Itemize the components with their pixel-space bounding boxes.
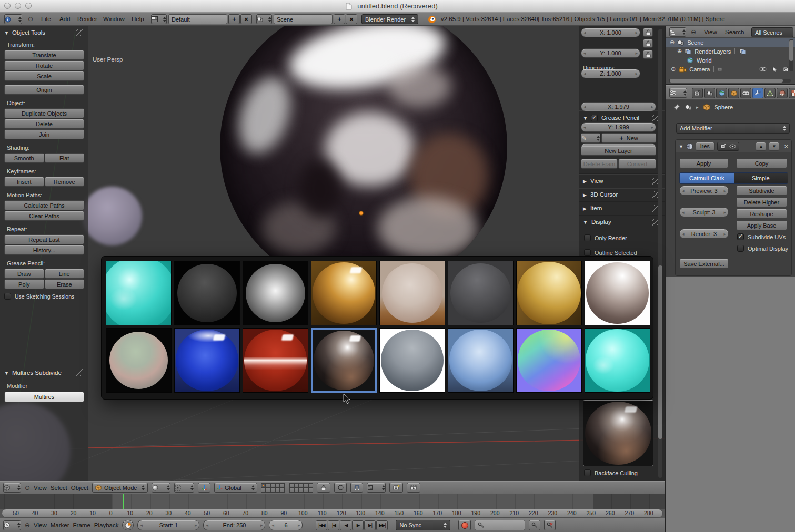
grease-pencil-panel-header[interactable]: Grease Pencil — [583, 114, 661, 121]
move-modifier-up-button[interactable]: ▲ — [756, 142, 766, 151]
orientation-select[interactable]: Global — [214, 483, 257, 493]
pin-icon[interactable] — [673, 104, 680, 111]
grease-pencil-checkbox[interactable] — [591, 115, 598, 121]
view-section-header[interactable]: View — [583, 177, 661, 185]
sketching-sessions-checkbox[interactable] — [4, 293, 11, 300]
editor-type-outliner-button[interactable] — [669, 27, 686, 37]
menu-window[interactable]: Window — [103, 16, 125, 22]
render-toggle-camera-icon[interactable] — [720, 144, 727, 149]
flat-button[interactable]: Flat — [45, 153, 85, 163]
delete-button[interactable]: Delete — [4, 119, 84, 129]
outline-selected-checkbox[interactable] — [584, 249, 591, 256]
layer-toggle[interactable] — [308, 488, 313, 493]
render-engine-select[interactable]: Blender Render — [361, 14, 418, 24]
insert-keyframe-button[interactable]: Insert — [4, 177, 44, 187]
repeat-last-button[interactable]: Repeat Last — [4, 234, 84, 244]
tab-texture[interactable] — [789, 88, 795, 98]
opengl-render-button[interactable] — [389, 483, 403, 493]
viewport-3d[interactable]: User Persp (6) Sphere x y z — [0, 26, 665, 481]
object-tools-panel-header[interactable]: Object Tools — [4, 29, 84, 36]
editor-type-properties-button[interactable] — [669, 88, 687, 98]
tl-menu-frame[interactable]: Frame — [73, 522, 90, 528]
outliner-row-world[interactable]: World — [666, 56, 795, 65]
cube-icon[interactable] — [703, 104, 710, 111]
timeline-track[interactable] — [0, 494, 665, 509]
menu-add[interactable]: Add — [59, 16, 70, 22]
matcap-gray-matte[interactable] — [379, 328, 445, 393]
layer-toggle[interactable] — [294, 488, 299, 493]
tab-modifiers[interactable] — [752, 88, 763, 98]
matcap-gold-mirror[interactable] — [311, 261, 377, 325]
autokey-record-button[interactable] — [458, 520, 471, 530]
layer-toggle[interactable] — [299, 483, 304, 488]
snap-element-select[interactable] — [367, 483, 386, 493]
matcap-pearl-green[interactable] — [106, 328, 172, 393]
expand-icon[interactable] — [671, 66, 676, 73]
modifier-display-toggles[interactable] — [717, 142, 739, 151]
tl-menu-playback[interactable]: Playback — [94, 522, 119, 528]
proportional-edit-button[interactable] — [334, 483, 347, 493]
join-button[interactable]: Join — [4, 129, 84, 139]
subdivide-uvs-checkbox[interactable] — [737, 233, 744, 240]
matcap-preview-button[interactable] — [583, 400, 653, 466]
layer-toggle[interactable] — [266, 488, 270, 493]
copy-button[interactable]: Copy — [736, 158, 787, 168]
sculpt-level-field[interactable]: Sculpt: 3 — [679, 207, 729, 217]
matcap-normal-map[interactable] — [516, 328, 582, 393]
collapse-icon[interactable] — [679, 143, 683, 149]
matcap-steel-blue[interactable] — [448, 328, 514, 393]
next-keyframe-button[interactable]: ▶| — [364, 520, 376, 530]
end-frame-field[interactable]: End: 250 — [203, 520, 265, 530]
tab-render[interactable] — [692, 88, 703, 98]
scale-y-field[interactable]: Y: 1.000 — [581, 48, 640, 58]
outliner-menu-search[interactable]: Search — [725, 29, 744, 35]
gp-new-button[interactable]: New — [601, 133, 656, 143]
timeline-ruler[interactable]: -50-40-30-20-100102030405060708090100110… — [2, 509, 663, 518]
tl-menu-marker[interactable]: Marker — [51, 522, 69, 528]
delete-modifier-icon[interactable]: × — [784, 142, 788, 150]
editor-type-timeline-button[interactable] — [3, 520, 21, 530]
layer-toggle[interactable] — [308, 483, 313, 488]
layer-toggle[interactable] — [270, 488, 275, 493]
matcap-black-matte[interactable] — [174, 261, 240, 325]
preview-range-toggle[interactable] — [122, 520, 134, 530]
matcap-charcoal-soft[interactable] — [448, 261, 514, 325]
render-level-field[interactable]: Render: 3 — [679, 229, 729, 239]
outliner-vscrollbar[interactable] — [789, 39, 793, 71]
display-section-header[interactable]: Display — [583, 218, 661, 226]
scale-button[interactable]: Scale — [4, 71, 84, 81]
matcap-teal-glossy[interactable] — [106, 261, 172, 325]
tab-scene[interactable] — [704, 88, 715, 98]
screen-layout-select[interactable]: Default — [168, 14, 227, 24]
menu-render[interactable]: Render — [77, 16, 97, 22]
viewport-toggle-eye-icon[interactable] — [729, 144, 736, 149]
gp-poly-button[interactable]: Poly — [4, 279, 44, 289]
dim-y-field[interactable]: Y: 1.999 — [581, 122, 656, 132]
apply-base-button[interactable]: Apply Base — [736, 220, 787, 230]
add-layout-button[interactable] — [228, 14, 240, 24]
redo-panel-header[interactable]: Multires Subdivide — [4, 369, 84, 376]
selectability-cursor-icon[interactable] — [772, 66, 778, 73]
opengl-render-anim-button[interactable] — [407, 483, 420, 493]
insert-keyframe-button[interactable] — [529, 520, 540, 530]
layer-toggle[interactable] — [266, 483, 270, 488]
save-external-button[interactable]: Save External... — [679, 259, 729, 269]
editor-type-info-button[interactable] — [4, 14, 22, 24]
matcap-red-glossy[interactable] — [243, 328, 308, 393]
layer-toggle[interactable] — [304, 483, 308, 488]
matcap-pewter-white[interactable] — [585, 261, 650, 325]
visibility-eye-icon[interactable] — [759, 67, 767, 71]
sync-mode-select[interactable]: No Sync — [396, 520, 450, 530]
layers-group-1[interactable] — [261, 483, 285, 493]
preview-level-field[interactable]: Preview: 3 — [679, 186, 729, 196]
history-button[interactable]: History... — [4, 245, 84, 255]
collapse-icon[interactable] — [670, 39, 675, 46]
outliner-row-camera[interactable]: Camera — [666, 65, 795, 74]
play-reverse-button[interactable]: ◀ — [340, 520, 351, 530]
mode-select[interactable]: Object Mode — [92, 483, 148, 493]
scale-x-field[interactable]: X: 1.000 — [581, 28, 640, 37]
matcap-blue-glossy[interactable] — [174, 328, 240, 393]
backface-culling-checkbox[interactable] — [584, 469, 591, 476]
vp-menu-view[interactable]: View — [34, 485, 47, 491]
translate-button[interactable]: Translate — [4, 50, 84, 60]
